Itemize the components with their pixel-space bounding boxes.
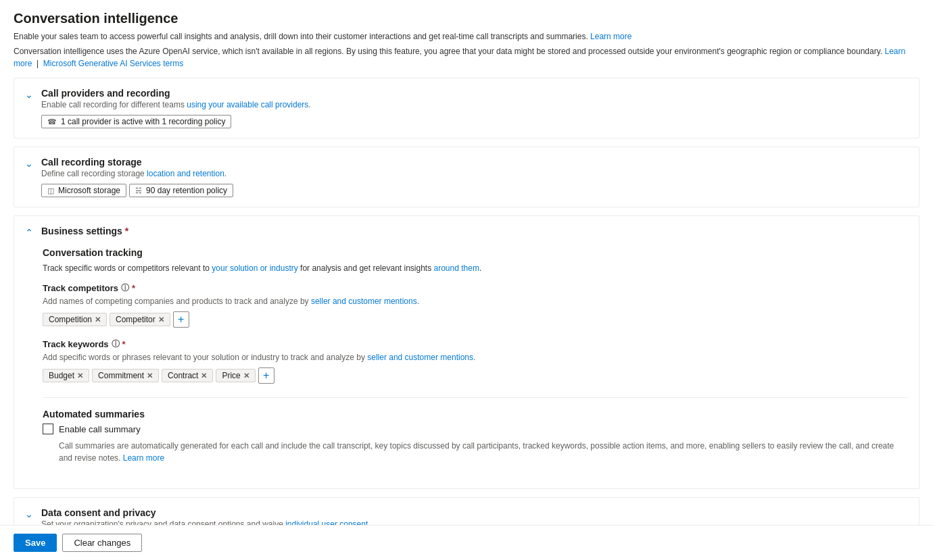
keywords-required: * [122,339,126,349]
remove-commitment-tag[interactable]: ✕ [147,372,153,380]
add-keyword-button[interactable]: + [258,367,274,384]
conversation-tracking-title: Conversation tracking [43,247,908,258]
microsoft-storage-pill: ◫ Microsoft storage [41,184,126,197]
call-providers-subtitle-link[interactable]: using your available call providers [187,100,308,109]
chevron-down-icon-3: ⌄ [25,509,33,519]
call-recording-storage-pills: ◫ Microsoft storage ☵ 90 day retention p… [41,184,908,197]
call-recording-storage-subtitle: Define call recording storage location a… [41,169,908,178]
calendar-icon: ☵ [135,186,142,195]
tag-competitor: Competitor ✕ [110,313,170,326]
intro-text-1: Enable your sales team to access powerfu… [14,30,919,43]
remove-budget-tag[interactable]: ✕ [77,372,83,380]
seller-customer-link-1[interactable]: seller and customer mentions [311,297,417,306]
chevron-up-icon: ⌄ [25,227,33,238]
tag-commitment: Commitment ✕ [92,369,159,382]
call-providers-pills: ☎ 1 call provider is active with 1 recor… [41,115,908,128]
call-providers-section: ⌄ Call providers and recording Enable ca… [14,78,919,138]
call-providers-pill: ☎ 1 call provider is active with 1 recor… [41,115,231,128]
phone-icon: ☎ [47,118,57,126]
seller-customer-link-2[interactable]: seller and customer mentions [367,353,473,362]
add-competitor-button[interactable]: + [173,311,189,328]
automated-summaries-title: Automated summaries [43,409,908,419]
business-settings-header[interactable]: ⌄ Business settings * [14,216,919,247]
tag-competition: Competition ✕ [43,313,107,326]
insights-link[interactable]: around them [434,263,479,273]
call-summary-learn-more-link[interactable]: Learn more [123,453,164,463]
competitors-tag-container: Competition ✕ Competitor ✕ + [43,311,908,328]
page-title: Conversation intelligence [14,11,919,26]
keywords-info-icon[interactable]: ⓘ [112,338,120,350]
divider-1 [43,397,908,398]
track-keywords-label: Track keywords ⓘ * [43,338,908,350]
intro-text-2: Conversation intelligence uses the Azure… [14,45,919,70]
competitors-info-icon[interactable]: ⓘ [121,282,129,294]
storage-location-link[interactable]: location and retention [147,169,224,178]
remove-competitor-tag[interactable]: ✕ [158,315,164,324]
track-competitors-label: Track competitors ⓘ * [43,282,908,294]
enable-call-summary-checkbox[interactable] [43,424,53,434]
track-keywords-desc: Add specific words or phrases relevant t… [43,353,908,362]
save-button[interactable]: Save [14,534,57,552]
tag-price: Price ✕ [216,369,255,382]
competitors-required: * [132,283,135,293]
call-recording-storage-section: ⌄ Call recording storage Define call rec… [14,147,919,207]
automated-summaries-section: Automated summaries Enable call summary … [43,409,908,464]
tag-budget: Budget ✕ [43,369,89,382]
solution-link[interactable]: your solution or industry [212,263,297,273]
business-settings-required: * [125,226,128,236]
chevron-down-icon: ⌄ [25,89,33,100]
tag-contract: Contract ✕ [162,369,213,382]
track-competitors-field: Track competitors ⓘ * Add names of compe… [43,282,908,328]
remove-competition-tag[interactable]: ✕ [95,315,101,324]
business-settings-section: ⌄ Business settings * Conversation track… [14,215,919,489]
call-providers-title: Call providers and recording [41,88,908,99]
track-competitors-desc: Add names of competing companies and pro… [43,297,908,306]
call-providers-header[interactable]: ⌄ Call providers and recording Enable ca… [14,78,919,138]
chevron-down-icon-2: ⌄ [25,158,33,169]
ms-generative-ai-link[interactable]: Microsoft Generative AI Services terms [43,59,183,68]
conversation-tracking-section: Conversation tracking Track specific wor… [43,247,908,384]
call-providers-subtitle: Enable call recording for different team… [41,100,908,109]
enable-call-summary-row: Enable call summary [43,424,908,434]
retention-policy-pill: ☵ 90 day retention policy [129,184,233,197]
conversation-tracking-desc: Track specific words or competitors rele… [43,262,908,274]
page-container: Conversation intelligence Enable your sa… [0,0,933,560]
clear-changes-button[interactable]: Clear changes [62,534,142,552]
track-keywords-field: Track keywords ⓘ * Add specific words or… [43,338,908,384]
call-summary-desc: Call summaries are automatically generat… [59,440,908,464]
enable-call-summary-label: Enable call summary [59,424,141,434]
keywords-tag-container: Budget ✕ Commitment ✕ Contract ✕ Price [43,367,908,384]
remove-price-tag[interactable]: ✕ [243,372,249,380]
remove-contract-tag[interactable]: ✕ [201,372,207,380]
storage-icon: ◫ [47,186,54,195]
data-consent-title: Data consent and privacy [41,507,908,518]
business-settings-title: Business settings * [41,226,908,236]
bottom-bar: Save Clear changes [0,525,933,560]
call-recording-storage-title: Call recording storage [41,157,908,168]
call-recording-storage-header[interactable]: ⌄ Call recording storage Define call rec… [14,147,919,207]
learn-more-link-1[interactable]: Learn more [590,32,631,41]
business-settings-body: Conversation tracking Track specific wor… [14,247,919,488]
